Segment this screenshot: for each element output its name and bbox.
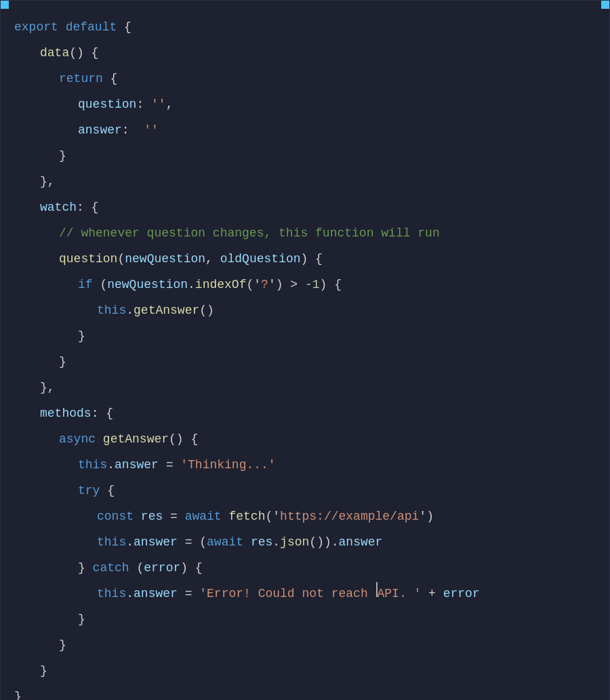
code-line: methods: { bbox=[7, 400, 603, 426]
token: ) { bbox=[301, 246, 323, 272]
token bbox=[243, 529, 251, 555]
token: } bbox=[14, 684, 22, 700]
token: answer bbox=[115, 452, 159, 478]
token: error bbox=[144, 555, 180, 581]
token: question bbox=[78, 91, 136, 117]
token: error bbox=[443, 581, 480, 606]
code-line: const res = await fetch('https://example… bbox=[7, 503, 603, 529]
token: ( bbox=[117, 246, 125, 272]
code-line: }, bbox=[7, 169, 603, 194]
token: // whenever question changes, this funct… bbox=[59, 220, 440, 246]
token: https://example/api bbox=[280, 503, 419, 529]
token: (' bbox=[246, 272, 261, 297]
token: newQuestion bbox=[125, 246, 205, 272]
token bbox=[222, 503, 229, 529]
token: : bbox=[136, 91, 151, 117]
token: answer bbox=[339, 529, 383, 555]
token: + bbox=[421, 581, 443, 606]
token: : { bbox=[92, 400, 113, 426]
token: res bbox=[141, 503, 163, 529]
code-line: this.answer = 'Thinking...' bbox=[7, 452, 603, 478]
token: this bbox=[78, 452, 107, 478]
token: () { bbox=[169, 426, 198, 452]
token: } bbox=[59, 632, 66, 658]
code-line: } bbox=[7, 323, 603, 349]
token: export bbox=[14, 14, 58, 40]
code-line: answer: '' bbox=[7, 117, 603, 143]
token: ( bbox=[129, 555, 144, 581]
token: return bbox=[59, 66, 103, 91]
token: ? bbox=[261, 272, 268, 297]
token: } bbox=[78, 555, 93, 581]
token: this bbox=[97, 581, 126, 606]
token: ()). bbox=[309, 529, 338, 555]
token: '' bbox=[151, 91, 166, 117]
token: { bbox=[103, 66, 118, 91]
code-line: this.answer = (await res.json()).answer bbox=[7, 529, 603, 555]
token: oldQuestion bbox=[220, 246, 301, 272]
code-line: } bbox=[7, 606, 603, 632]
token: answer bbox=[134, 529, 178, 555]
token: methods bbox=[40, 400, 92, 426]
token: 'Thinking...' bbox=[180, 452, 275, 478]
token: }, bbox=[40, 375, 55, 400]
code-block: export default {data() {return {question… bbox=[7, 14, 603, 700]
token: newQuestion bbox=[107, 272, 188, 297]
code-line: } catch (error) { bbox=[7, 555, 603, 581]
token: try bbox=[78, 478, 100, 503]
token: ) { bbox=[180, 555, 202, 581]
code-line: export default { bbox=[7, 14, 603, 40]
token: } bbox=[78, 323, 85, 349]
token: fetch bbox=[228, 503, 265, 529]
code-line: this.answer = 'Error! Could not reach AP… bbox=[7, 581, 603, 606]
token: catch bbox=[93, 555, 129, 581]
token: . bbox=[126, 581, 134, 606]
token: if bbox=[78, 272, 93, 297]
token: json bbox=[280, 529, 309, 555]
token: default bbox=[66, 14, 117, 40]
token: . bbox=[272, 529, 280, 555]
code-line: question: '', bbox=[7, 91, 603, 117]
code-line: question(newQuestion, oldQuestion) { bbox=[7, 246, 603, 272]
token: -1 bbox=[305, 272, 320, 297]
token: () bbox=[199, 297, 214, 323]
token bbox=[134, 503, 141, 529]
token: () { bbox=[69, 40, 98, 66]
token: } bbox=[59, 349, 66, 375]
token: . bbox=[126, 529, 134, 555]
token: } bbox=[40, 658, 47, 684]
code-line: } bbox=[7, 632, 603, 658]
token: answer bbox=[134, 581, 178, 606]
token: . bbox=[188, 272, 195, 297]
code-line: }, bbox=[7, 375, 603, 400]
token: (' bbox=[265, 503, 280, 529]
token: = bbox=[178, 581, 199, 606]
token: ( bbox=[93, 272, 108, 297]
code-line: try { bbox=[7, 478, 603, 503]
token: { bbox=[117, 14, 131, 40]
token: '' bbox=[144, 117, 159, 143]
code-line: this.getAnswer() bbox=[7, 297, 603, 323]
code-line: // whenever question changes, this funct… bbox=[7, 220, 603, 246]
token: getAnswer bbox=[103, 426, 169, 452]
token: data bbox=[40, 40, 69, 66]
code-line: watch: { bbox=[7, 194, 603, 220]
token: } bbox=[78, 606, 85, 632]
token: await bbox=[185, 503, 222, 529]
token: = bbox=[163, 503, 184, 529]
code-line: } bbox=[7, 684, 603, 700]
token: , bbox=[166, 91, 174, 117]
corner-tr bbox=[601, 1, 609, 9]
code-editor: export default {data() {return {question… bbox=[0, 0, 610, 700]
token bbox=[96, 426, 103, 452]
token: API. ' bbox=[378, 581, 422, 606]
code-line: if (newQuestion.indexOf('?') > -1) { bbox=[7, 272, 603, 297]
code-line: } bbox=[7, 658, 603, 684]
token: . bbox=[107, 452, 115, 478]
token: answer bbox=[78, 117, 122, 143]
code-line: } bbox=[7, 349, 603, 375]
token: : { bbox=[77, 194, 98, 220]
code-line: data() { bbox=[7, 40, 603, 66]
token: ) { bbox=[320, 272, 342, 297]
code-line: } bbox=[7, 143, 603, 169]
